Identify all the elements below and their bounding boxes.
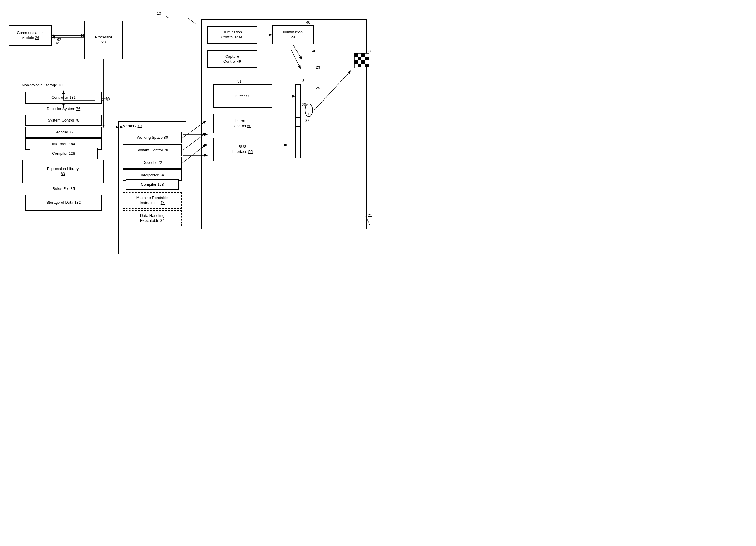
system-control-left-label: System Control 78 xyxy=(48,118,80,123)
rules-file-label: Rules File 85 xyxy=(25,186,102,195)
bus-interface-label: BUSInterface 55 xyxy=(232,144,253,154)
system-control-right-label: System Control 78 xyxy=(137,148,168,153)
working-space-box: Working Space 80 xyxy=(123,132,182,143)
svg-rect-17 xyxy=(358,57,361,60)
svg-rect-16 xyxy=(354,57,358,60)
svg-rect-26 xyxy=(361,64,365,67)
bus-interface-box: BUSInterface 55 xyxy=(213,138,272,161)
system-control-left-box: System Control 78 xyxy=(25,115,102,126)
illumination-box: Illumination28 xyxy=(272,25,314,44)
expression-library-box: Expression Library83 xyxy=(22,160,104,183)
diagram: 10 ↘ CommunicationModule 26 Processor20 … xyxy=(0,0,378,273)
ref-40b: 40 xyxy=(312,49,316,53)
svg-rect-15 xyxy=(365,53,369,57)
ref-40a: 40 xyxy=(306,20,310,25)
illumination-controller-box: IlluminationController 60 xyxy=(207,26,257,44)
ref-10: 10 xyxy=(157,11,161,16)
decoder-left-label: Decoder 72 xyxy=(54,130,73,135)
machine-readable-label: Machine ReadableInstructions 74 xyxy=(136,196,168,206)
svg-rect-12 xyxy=(354,53,358,57)
decoder-right-box: Decoder 72 xyxy=(123,157,182,169)
buffer-box: Buffer 52 xyxy=(213,84,272,108)
decoder-right-label: Decoder 72 xyxy=(142,160,162,165)
working-space-label: Working Space 80 xyxy=(137,135,168,140)
storage-of-data-box: Storage of Data 132 xyxy=(25,195,102,211)
interpreter-right-label: Interpreter 84 xyxy=(141,173,164,178)
svg-line-11 xyxy=(188,18,195,24)
svg-rect-18 xyxy=(361,57,365,60)
svg-rect-19 xyxy=(365,57,369,60)
ref-25: 25 xyxy=(316,86,320,90)
ref-23: 23 xyxy=(316,65,320,70)
ref-21: 21 xyxy=(368,213,372,217)
storage-of-data-label: Storage of Data 132 xyxy=(46,200,81,205)
processor-label: Processor20 xyxy=(95,35,112,45)
svg-rect-21 xyxy=(358,60,361,64)
compiler-left-box: Compiler 128 xyxy=(30,148,98,159)
ref-51: 51 xyxy=(237,79,241,83)
ref-38: 38 xyxy=(366,49,371,53)
compiler-right-label: Compiler 128 xyxy=(141,182,164,187)
decoder-left-box: Decoder 72 xyxy=(25,127,102,138)
interrupt-control-box: InterruptControl 50 xyxy=(213,114,272,133)
capture-control-box: CaptureControl 49 xyxy=(207,50,257,68)
communication-module-label: CommunicationModule 26 xyxy=(17,30,43,41)
svg-rect-27 xyxy=(365,64,369,67)
svg-rect-13 xyxy=(358,53,361,57)
interpreter-left-label: Interpreter 84 xyxy=(52,142,75,147)
ref-62: 62 xyxy=(106,98,110,102)
svg-rect-22 xyxy=(361,60,365,64)
processor-box: Processor20 xyxy=(84,21,123,59)
machine-readable-box: Machine ReadableInstructions 74 xyxy=(123,192,182,209)
illumination-label: Illumination28 xyxy=(283,30,303,40)
svg-rect-23 xyxy=(365,60,369,64)
decoder-system-label: Decoder System 76 xyxy=(25,106,102,115)
buffer-label: Buffer 52 xyxy=(235,94,251,99)
sensor-strip xyxy=(295,84,301,158)
controller-box: Controller 131 xyxy=(25,92,102,104)
barcode xyxy=(354,53,369,68)
ref-10-arrow: ↘ xyxy=(166,15,169,19)
data-handling-label: Data HandlingExecutable 84 xyxy=(140,213,164,223)
ref-32: 32 xyxy=(305,118,309,123)
compiler-left-label: Compiler 128 xyxy=(52,151,75,156)
system-control-right-box: System Control 78 xyxy=(123,144,182,156)
controller-label: Controller 131 xyxy=(51,95,76,100)
illumination-controller-label: IlluminationController 60 xyxy=(221,30,243,40)
expression-library-label: Expression Library83 xyxy=(47,167,79,177)
interrupt-control-label: InterruptControl 50 xyxy=(234,119,251,129)
ref-30: 30 xyxy=(308,112,312,116)
compiler-right-box: Compiler 128 xyxy=(126,179,179,190)
data-handling-box: Data HandlingExecutable 84 xyxy=(123,210,182,226)
barcode-svg xyxy=(354,53,369,68)
svg-rect-20 xyxy=(354,60,358,64)
communication-module-box: CommunicationModule 26 xyxy=(9,25,52,46)
svg-rect-25 xyxy=(358,64,361,67)
ref-34: 34 xyxy=(302,78,306,83)
nv-storage-label: Non-Volatile Storage 130 xyxy=(22,83,65,87)
svg-rect-24 xyxy=(354,64,358,67)
ref-82: 82 xyxy=(55,41,59,45)
memory-label: Memory 70 xyxy=(122,124,142,128)
svg-rect-14 xyxy=(361,53,365,57)
capture-control-label: CaptureControl 49 xyxy=(223,54,241,64)
